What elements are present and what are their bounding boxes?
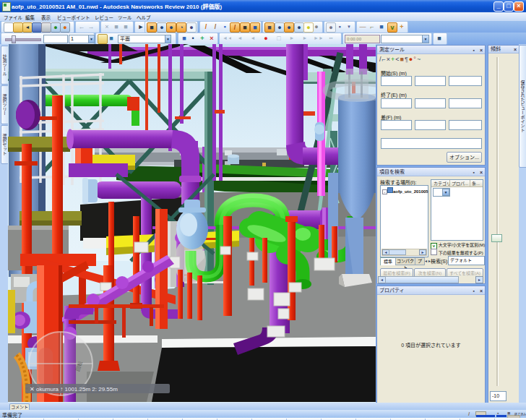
svg-text:✕ okumura ↑ 1001.25m 2: 29.5: ✕ okumura ↑ 1001.25m 2: 29.55m bbox=[30, 386, 118, 393]
